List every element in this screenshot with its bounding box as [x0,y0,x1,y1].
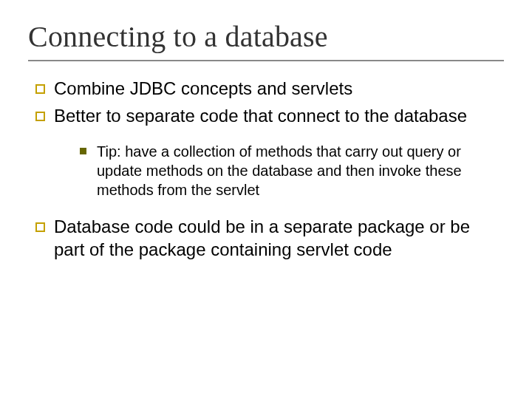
hollow-square-bullet-icon [35,222,45,232]
slide-body: Combine JDBC concepts and servlets Bette… [28,78,504,262]
bullet-level1: Database code could be in a separate pac… [35,216,504,261]
bullet-text: Tip: have a collection of methods that c… [97,142,504,200]
hollow-square-bullet-icon [35,112,45,121]
bullet-text: Combine JDBC concepts and servlets [54,78,352,100]
bullet-text: Better to separate code that connect to … [54,105,467,128]
subbullet-group: Tip: have a collection of methods that c… [80,142,504,200]
slide-title: Connecting to a database [28,19,504,61]
filled-square-bullet-icon [80,148,86,154]
bullet-level1: Combine JDBC concepts and servlets [35,78,504,100]
slide: Connecting to a database Combine JDBC co… [0,0,532,399]
bullet-text: Database code could be in a separate pac… [54,216,504,261]
hollow-square-bullet-icon [35,84,45,94]
bullet-level2: Tip: have a collection of methods that c… [80,142,504,200]
bullet-level1: Better to separate code that connect to … [35,105,504,128]
